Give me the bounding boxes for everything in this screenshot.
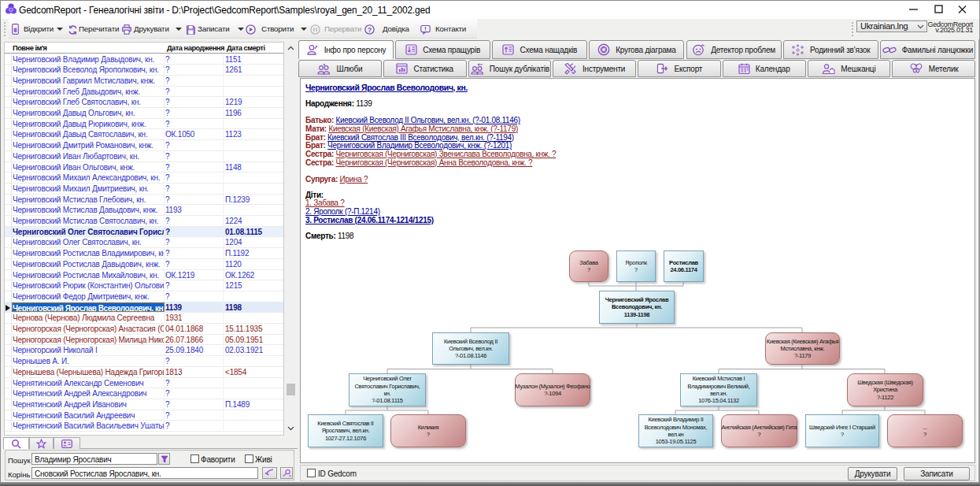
svg-text:?: ?	[368, 26, 372, 34]
